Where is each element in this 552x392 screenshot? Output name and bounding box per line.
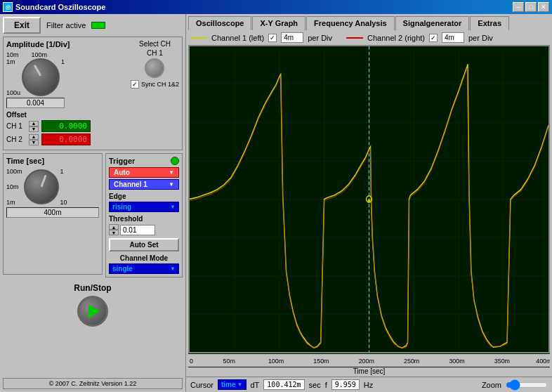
time-value: 400m bbox=[6, 207, 99, 218]
auto-set-button[interactable]: Auto Set bbox=[109, 238, 179, 251]
cursor-type-select[interactable]: time ▼ bbox=[218, 379, 246, 390]
svg-text:0: 0 bbox=[190, 358, 193, 365]
tab-extras[interactable]: Extras bbox=[470, 16, 509, 30]
svg-text:300m: 300m bbox=[449, 358, 464, 365]
tab-oscilloscope[interactable]: Oscilloscope bbox=[188, 16, 251, 30]
scope-svg bbox=[190, 46, 548, 352]
f-value: 9.959 bbox=[331, 379, 360, 390]
svg-rect-16 bbox=[208, 53, 209, 54]
ch1-offset-up[interactable]: ▲ bbox=[29, 121, 39, 126]
select-ch-label: Select CH bbox=[131, 40, 179, 48]
x-axis-svg: 0 50m 100m 150m 200m 250m 300m 350m 400m bbox=[188, 354, 550, 367]
tab-frequency[interactable]: Frequency Analysis bbox=[306, 16, 395, 30]
ch1-channel-label: Channel 1 (left) bbox=[211, 34, 264, 42]
time-section: Time [sec] 100m 10m 1m 1 10 400m bbox=[3, 153, 103, 275]
svg-rect-18 bbox=[225, 53, 226, 54]
threshold-up[interactable]: ▲ bbox=[109, 224, 119, 230]
maximize-button[interactable]: □ bbox=[525, 2, 537, 12]
svg-point-21 bbox=[368, 200, 371, 203]
filter-indicator bbox=[91, 22, 105, 29]
tab-signalgenerator[interactable]: Signalgenerator bbox=[395, 16, 470, 30]
minimize-button[interactable]: ─ bbox=[513, 2, 524, 12]
ch1-label: CH 1 bbox=[131, 49, 179, 57]
tab-xy-graph[interactable]: X-Y Graph bbox=[252, 16, 305, 30]
svg-text:250m: 250m bbox=[404, 358, 419, 365]
threshold-down[interactable]: ▼ bbox=[109, 230, 119, 235]
dt-unit: sec bbox=[309, 381, 321, 389]
tabs-bar: Oscilloscope X-Y Graph Frequency Analysi… bbox=[186, 14, 552, 30]
title-bar-buttons: ─ □ ✕ bbox=[513, 2, 549, 12]
offset-section: Offset CH 1 ▲ ▼ 0.0000 CH 2 ▲ ▼ 0.0000 bbox=[6, 111, 179, 145]
sync-checkbox[interactable]: ✓ bbox=[131, 80, 139, 89]
threshold-label: Threshold bbox=[109, 215, 179, 223]
amplitude-knob[interactable] bbox=[22, 58, 60, 96]
ch1-offset-value[interactable]: 0.0000 bbox=[41, 120, 91, 132]
run-stop-label: Run/Stop bbox=[6, 283, 180, 293]
time-label-1: 1 bbox=[60, 168, 67, 175]
x-axis-title: Time [sec] bbox=[188, 367, 550, 375]
ch2-visible-checkbox[interactable]: ✓ bbox=[429, 34, 438, 42]
ch1-visible-checkbox[interactable]: ✓ bbox=[268, 34, 277, 42]
ch1-color-line bbox=[190, 37, 207, 39]
amplitude-section: Amplitude [1/Div] 10m 100m 1m 100u bbox=[3, 37, 183, 150]
dt-label: dT bbox=[251, 381, 260, 389]
trigger-led bbox=[171, 157, 179, 165]
zoom-slider[interactable] bbox=[506, 380, 548, 390]
oscilloscope-display bbox=[188, 45, 550, 353]
f-unit: Hz bbox=[364, 381, 373, 389]
trigger-channel-button[interactable]: Channel 1 ▼ bbox=[109, 179, 179, 190]
ch2-per-div-input[interactable] bbox=[442, 32, 464, 43]
left-panel: Exit Filter active Amplitude [1/Div] 10m… bbox=[0, 14, 186, 392]
ch1-offset-updown: ▲ ▼ bbox=[29, 121, 39, 132]
cursor-label: Cursor bbox=[190, 381, 213, 389]
trigger-mode-button[interactable]: Auto ▼ bbox=[109, 167, 179, 178]
amplitude-title: Amplitude [1/Div] bbox=[6, 40, 128, 48]
edge-select[interactable]: rising ▼ bbox=[109, 202, 179, 212]
filter-label: Filter active bbox=[46, 21, 86, 30]
f-label: f bbox=[325, 381, 327, 389]
time-label-100m: 100m bbox=[6, 168, 22, 175]
close-button[interactable]: ✕ bbox=[538, 2, 549, 12]
ch2-per-div-label: per Div bbox=[468, 34, 493, 42]
ch2-color-line bbox=[346, 37, 363, 39]
amplitude-label-100u: 100u bbox=[6, 89, 20, 96]
svg-text:100m: 100m bbox=[268, 358, 284, 365]
play-icon bbox=[88, 304, 100, 318]
run-stop-section: Run/Stop bbox=[3, 280, 183, 329]
ch2-offset-row: CH 2 ▲ ▼ 0.0000 bbox=[6, 133, 179, 145]
time-label-10m: 10m bbox=[6, 183, 22, 190]
amplitude-value: 0.004 bbox=[6, 98, 65, 108]
cursor-bar: Cursor time ▼ dT 100.412m sec f 9.959 Hz… bbox=[186, 377, 552, 392]
amplitude-label-10m: 10m bbox=[6, 51, 19, 58]
time-knob[interactable] bbox=[24, 169, 59, 204]
svg-text:200m: 200m bbox=[359, 358, 374, 365]
threshold-input[interactable] bbox=[120, 225, 155, 235]
trigger-title: Trigger bbox=[109, 157, 179, 165]
ch2-offset-down[interactable]: ▼ bbox=[29, 140, 39, 145]
channel-mode-label: Channel Mode bbox=[109, 254, 179, 262]
ch-select-knob[interactable] bbox=[145, 58, 164, 78]
ch1-offset-row: CH 1 ▲ ▼ 0.0000 bbox=[6, 120, 179, 132]
ch2-offset-up[interactable]: ▲ bbox=[29, 134, 39, 140]
svg-text:350m: 350m bbox=[494, 358, 510, 365]
run-stop-button[interactable] bbox=[77, 296, 108, 327]
channel-mode-select[interactable]: single ▼ bbox=[109, 263, 179, 274]
ch1-per-div-input[interactable] bbox=[281, 32, 303, 43]
time-title: Time [sec] bbox=[6, 157, 99, 165]
dt-value: 100.412m bbox=[263, 379, 304, 390]
exit-button[interactable]: Exit bbox=[3, 17, 41, 34]
ch1-offset-label: CH 1 bbox=[6, 122, 26, 130]
threshold-row: ▲ ▼ bbox=[109, 224, 179, 235]
ch1-offset-down[interactable]: ▼ bbox=[29, 126, 39, 132]
right-panel: Oscilloscope X-Y Graph Frequency Analysi… bbox=[186, 14, 552, 392]
ch2-channel-label: Channel 2 (right) bbox=[367, 34, 425, 42]
amplitude-knob-area: 10m 100m 1m 100u bbox=[6, 51, 128, 108]
amplitude-label-1m: 1m bbox=[6, 58, 20, 65]
ch2-offset-value[interactable]: 0.0000 bbox=[41, 133, 91, 145]
amplitude-label-1: 1 bbox=[61, 58, 65, 65]
svg-text:50m: 50m bbox=[223, 358, 235, 365]
sync-row: ✓ Sync CH 1&2 bbox=[131, 80, 179, 89]
x-axis-labels: 0 50m 100m 150m 200m 250m 300m 350m 400m bbox=[188, 353, 550, 367]
amplitude-label-100m: 100m bbox=[31, 51, 47, 58]
zoom-label: Zoom bbox=[482, 381, 501, 389]
